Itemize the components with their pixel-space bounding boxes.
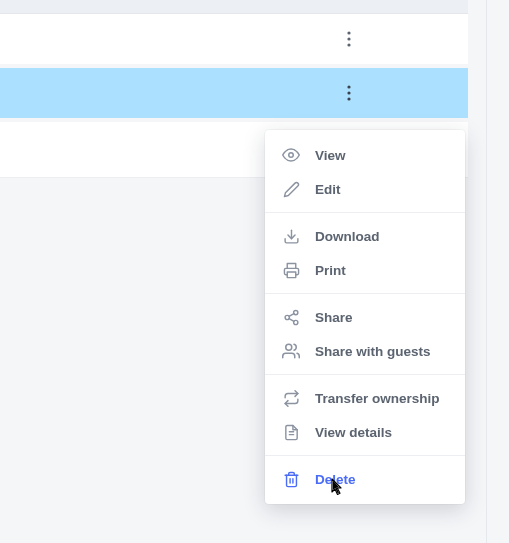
panel-divider bbox=[486, 0, 487, 543]
header-strip bbox=[0, 0, 468, 14]
menu-item-transfer[interactable]: Transfer ownership bbox=[265, 381, 465, 415]
menu-item-label: View bbox=[315, 148, 346, 163]
menu-separator bbox=[265, 212, 465, 213]
list-row-selected[interactable] bbox=[0, 68, 468, 118]
row-actions-button[interactable] bbox=[335, 79, 363, 107]
transfer-icon bbox=[281, 388, 301, 408]
menu-item-edit[interactable]: Edit bbox=[265, 172, 465, 206]
menu-item-label: View details bbox=[315, 425, 392, 440]
menu-item-delete[interactable]: Delete bbox=[265, 462, 465, 496]
printer-icon bbox=[281, 260, 301, 280]
svg-point-1 bbox=[347, 37, 350, 40]
svg-point-2 bbox=[347, 43, 350, 46]
menu-item-label: Share with guests bbox=[315, 344, 431, 359]
share-icon bbox=[281, 307, 301, 327]
svg-point-14 bbox=[286, 344, 292, 350]
menu-item-print[interactable]: Print bbox=[265, 253, 465, 287]
file-icon bbox=[281, 422, 301, 442]
menu-item-view[interactable]: View bbox=[265, 138, 465, 172]
menu-separator bbox=[265, 455, 465, 456]
eye-icon bbox=[281, 145, 301, 165]
users-icon bbox=[281, 341, 301, 361]
svg-rect-8 bbox=[287, 271, 296, 277]
svg-point-0 bbox=[347, 31, 350, 34]
menu-separator bbox=[265, 374, 465, 375]
menu-item-label: Print bbox=[315, 263, 346, 278]
menu-item-label: Download bbox=[315, 229, 380, 244]
more-vertical-icon bbox=[347, 85, 351, 101]
trash-icon bbox=[281, 469, 301, 489]
menu-item-share[interactable]: Share bbox=[265, 300, 465, 334]
svg-point-4 bbox=[347, 91, 350, 94]
menu-separator bbox=[265, 293, 465, 294]
menu-item-share-guests[interactable]: Share with guests bbox=[265, 334, 465, 368]
more-vertical-icon bbox=[347, 31, 351, 47]
download-icon bbox=[281, 226, 301, 246]
row-actions-button[interactable] bbox=[335, 25, 363, 53]
context-menu: View Edit Download Print Share Share wit… bbox=[265, 130, 465, 504]
menu-item-details[interactable]: View details bbox=[265, 415, 465, 449]
menu-item-label: Transfer ownership bbox=[315, 391, 440, 406]
menu-item-label: Edit bbox=[315, 182, 341, 197]
pencil-icon bbox=[281, 179, 301, 199]
svg-point-6 bbox=[289, 153, 294, 158]
menu-item-download[interactable]: Download bbox=[265, 219, 465, 253]
svg-point-5 bbox=[347, 97, 350, 100]
list-row[interactable] bbox=[0, 14, 468, 64]
svg-line-12 bbox=[289, 318, 294, 321]
menu-item-label: Share bbox=[315, 310, 353, 325]
svg-point-3 bbox=[347, 85, 350, 88]
svg-line-13 bbox=[289, 313, 294, 316]
menu-item-label: Delete bbox=[315, 472, 356, 487]
